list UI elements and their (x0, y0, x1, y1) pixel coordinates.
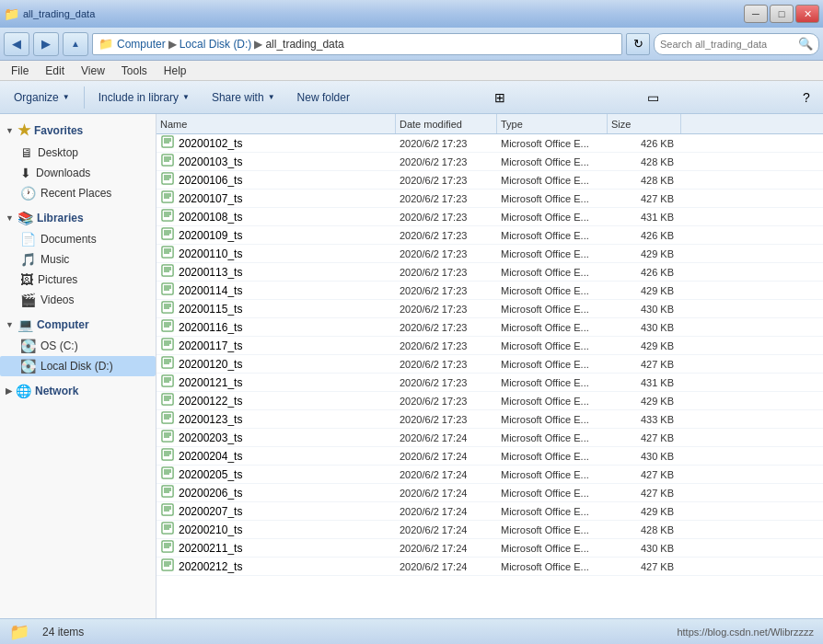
col-header-date[interactable]: Date modified (396, 114, 497, 133)
minimize-button[interactable]: ─ (744, 5, 768, 23)
table-row[interactable]: 20200115_ts 2020/6/2 17:23 Microsoft Off… (156, 300, 823, 318)
menu-help[interactable]: Help (156, 63, 194, 79)
table-row[interactable]: 20200110_ts 2020/6/2 17:23 Microsoft Off… (156, 245, 823, 263)
include-library-button[interactable]: Include in library ▼ (88, 85, 200, 110)
file-icon (160, 466, 175, 483)
table-row[interactable]: 20200206_ts 2020/6/2 17:24 Microsoft Off… (156, 484, 823, 502)
maximize-button[interactable]: □ (770, 5, 794, 23)
file-type: Microsoft Office E... (497, 248, 608, 259)
file-icon (160, 392, 175, 409)
table-row[interactable]: 20200210_ts 2020/6/2 17:24 Microsoft Off… (156, 521, 823, 539)
col-header-size[interactable]: Size (608, 114, 681, 133)
table-row[interactable]: 20200108_ts 2020/6/2 17:23 Microsoft Off… (156, 208, 823, 226)
window-controls: ─ □ ✕ (744, 5, 819, 23)
table-row[interactable]: 20200107_ts 2020/6/2 17:23 Microsoft Off… (156, 190, 823, 208)
organize-label: Organize (14, 91, 59, 104)
share-with-button[interactable]: Share with ▼ (202, 85, 285, 110)
file-date: 2020/6/2 17:23 (396, 304, 497, 315)
desktop-icon: 🖥 (20, 145, 33, 160)
file-type: Microsoft Office E... (497, 175, 608, 186)
file-type: Microsoft Office E... (497, 377, 608, 388)
table-row[interactable]: 20200113_ts 2020/6/2 17:23 Microsoft Off… (156, 263, 823, 282)
table-row[interactable]: 20200204_ts 2020/6/2 17:24 Microsoft Off… (156, 447, 823, 466)
file-icon (160, 447, 175, 465)
preview-pane-button[interactable]: ▭ (641, 85, 667, 110)
include-library-arrow: ▼ (182, 93, 190, 101)
table-row[interactable]: 20200212_ts 2020/6/2 17:24 Microsoft Off… (156, 558, 823, 576)
menu-file[interactable]: File (4, 63, 36, 79)
sidebar-downloads-label: Downloads (36, 167, 90, 179)
sidebar-item-downloads[interactable]: ⬇ Downloads (0, 163, 156, 183)
sidebar-item-locald[interactable]: 💽 Local Disk (D:) (0, 356, 156, 376)
table-row[interactable]: 20200103_ts 2020/6/2 17:23 Microsoft Off… (156, 153, 823, 171)
breadcrumb-locald[interactable]: Local Disk (D:) (180, 38, 252, 51)
view-options-button[interactable]: ⊞ (487, 85, 513, 110)
libraries-icon: 📚 (17, 211, 33, 225)
table-row[interactable]: 20200203_ts 2020/6/2 17:24 Microsoft Off… (156, 429, 823, 447)
svg-rect-11 (162, 173, 173, 184)
sidebar-item-recent[interactable]: 🕐 Recent Places (0, 183, 156, 203)
search-input[interactable] (660, 39, 798, 50)
table-row[interactable]: 20200102_ts 2020/6/2 17:23 Microsoft Off… (156, 134, 823, 153)
col-header-name[interactable]: Name (156, 114, 396, 133)
file-size: 429 KB (608, 285, 681, 296)
file-size: 426 KB (608, 230, 681, 241)
table-row[interactable]: 20200114_ts 2020/6/2 17:23 Microsoft Off… (156, 282, 823, 300)
table-row[interactable]: 20200122_ts 2020/6/2 17:23 Microsoft Off… (156, 392, 823, 410)
table-row[interactable]: 20200207_ts 2020/6/2 17:24 Microsoft Off… (156, 502, 823, 521)
file-name: 20200116_ts (179, 321, 242, 334)
libraries-header[interactable]: ▼ 📚 Libraries (0, 207, 156, 229)
organize-button[interactable]: Organize ▼ (4, 85, 80, 110)
sidebar-item-pictures[interactable]: 🖼 Pictures (0, 270, 156, 290)
menu-view[interactable]: View (74, 63, 112, 79)
table-row[interactable]: 20200121_ts 2020/6/2 17:23 Microsoft Off… (156, 374, 823, 392)
table-row[interactable]: 20200123_ts 2020/6/2 17:23 Microsoft Off… (156, 410, 823, 429)
table-row[interactable]: 20200120_ts 2020/6/2 17:23 Microsoft Off… (156, 355, 823, 374)
favorites-header[interactable]: ▼ ★ Favorites (0, 118, 156, 143)
table-row[interactable]: 20200109_ts 2020/6/2 17:23 Microsoft Off… (156, 226, 823, 245)
file-name: 20200123_ts (179, 413, 242, 426)
locald-icon: 💽 (20, 359, 36, 374)
close-button[interactable]: ✕ (795, 5, 819, 23)
file-icon (160, 410, 175, 428)
file-icon (160, 502, 175, 520)
file-icon (160, 300, 175, 317)
osc-icon: 💽 (20, 339, 36, 353)
breadcrumb-computer[interactable]: Computer (117, 38, 166, 51)
svg-rect-36 (162, 265, 173, 276)
file-size: 427 KB (608, 488, 681, 499)
sidebar-item-videos[interactable]: 🎬 Videos (0, 290, 156, 310)
refresh-button[interactable]: ↻ (626, 33, 650, 55)
file-size: 430 KB (608, 322, 681, 333)
status-url: https://blog.csdn.net/Wlibrzzzz (677, 627, 814, 638)
table-row[interactable]: 20200205_ts 2020/6/2 17:24 Microsoft Off… (156, 466, 823, 484)
help-button[interactable]: ? (794, 85, 819, 110)
breadcrumb-bar[interactable]: 📁 Computer ▶ Local Disk (D:) ▶ all_tradi… (92, 33, 622, 55)
up-button[interactable]: ▲ (63, 32, 88, 56)
menu-tools[interactable]: Tools (114, 63, 155, 79)
table-row[interactable]: 20200117_ts 2020/6/2 17:23 Microsoft Off… (156, 337, 823, 355)
network-header[interactable]: ▶ 🌐 Network (0, 380, 156, 402)
sidebar-item-music[interactable]: 🎵 Music (0, 249, 156, 270)
table-row[interactable]: 20200116_ts 2020/6/2 17:23 Microsoft Off… (156, 318, 823, 337)
sidebar-item-desktop[interactable]: 🖥 Desktop (0, 143, 156, 163)
new-folder-button[interactable]: New folder (287, 85, 360, 110)
file-icon (160, 539, 175, 557)
forward-button[interactable]: ▶ (33, 32, 59, 56)
computer-tri: ▼ (6, 320, 14, 329)
search-bar[interactable]: 🔍 (654, 33, 819, 55)
sidebar-item-osc[interactable]: 💽 OS (C:) (0, 336, 156, 356)
file-size: 429 KB (608, 248, 681, 259)
back-button[interactable]: ◀ (4, 32, 29, 56)
file-date: 2020/6/2 17:23 (396, 212, 497, 223)
table-row[interactable]: 20200211_ts 2020/6/2 17:24 Microsoft Off… (156, 539, 823, 558)
table-row[interactable]: 20200106_ts 2020/6/2 17:23 Microsoft Off… (156, 171, 823, 190)
sidebar-item-documents[interactable]: 📄 Documents (0, 229, 156, 249)
file-type: Microsoft Office E... (497, 138, 608, 149)
menu-edit[interactable]: Edit (38, 63, 72, 79)
computer-header[interactable]: ▼ 💻 Computer (0, 314, 156, 336)
file-type: Microsoft Office E... (497, 506, 608, 517)
col-header-type[interactable]: Type (497, 114, 608, 133)
file-name: 20200205_ts (179, 468, 242, 481)
file-type: Microsoft Office E... (497, 432, 608, 443)
